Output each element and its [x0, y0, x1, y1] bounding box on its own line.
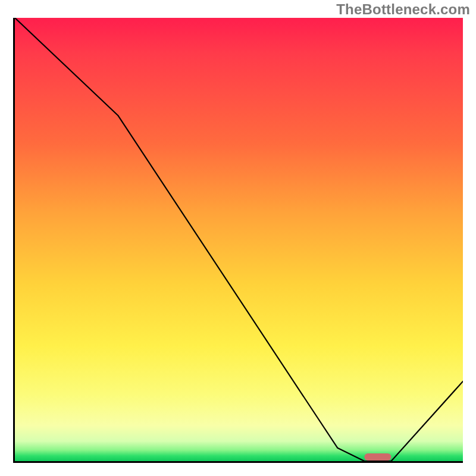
chart-container: TheBottleneck.com	[0, 0, 476, 476]
watermark-text: TheBottleneck.com	[336, 1, 470, 18]
plot-area	[13, 18, 463, 463]
optimal-range-marker	[364, 453, 391, 461]
bottleneck-curve	[15, 18, 463, 461]
curve-svg	[15, 18, 463, 461]
plot-inner	[15, 18, 463, 461]
